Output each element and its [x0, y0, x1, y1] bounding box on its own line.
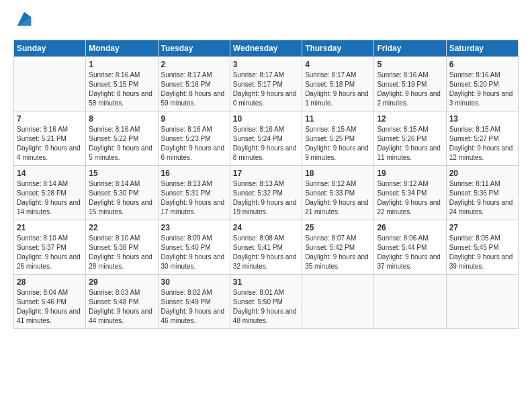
day-number: 26 — [377, 223, 443, 232]
calendar-cell: 15Sunrise: 8:14 AMSunset: 5:30 PMDayligh… — [86, 165, 158, 220]
day-number: 22 — [89, 223, 154, 232]
day-header-tuesday: Tuesday — [158, 40, 230, 56]
calendar-cell — [446, 274, 518, 328]
cell-info: Sunrise: 8:16 AMSunset: 5:21 PMDaylight:… — [17, 125, 83, 163]
calendar-cell: 2Sunrise: 8:17 AMSunset: 5:16 PMDaylight… — [158, 56, 230, 111]
day-number: 15 — [89, 169, 154, 178]
cell-info: Sunrise: 8:17 AMSunset: 5:16 PMDaylight:… — [161, 71, 227, 108]
day-number: 2 — [161, 60, 227, 69]
calendar-header-row: SundayMondayTuesdayWednesdayThursdayFrid… — [14, 40, 519, 56]
day-number: 9 — [161, 114, 227, 124]
calendar-cell: 29Sunrise: 8:03 AMSunset: 5:48 PMDayligh… — [86, 274, 158, 328]
day-header-saturday: Saturday — [446, 40, 518, 56]
week-row-3: 14Sunrise: 8:14 AMSunset: 5:28 PMDayligh… — [14, 165, 519, 220]
day-number: 25 — [305, 223, 371, 232]
day-number: 10 — [233, 114, 299, 124]
calendar-cell: 17Sunrise: 8:13 AMSunset: 5:32 PMDayligh… — [230, 165, 302, 220]
day-number: 12 — [377, 114, 443, 124]
day-number: 5 — [377, 60, 443, 69]
cell-info: Sunrise: 8:14 AMSunset: 5:30 PMDaylight:… — [89, 179, 154, 217]
calendar-cell — [302, 274, 374, 328]
calendar-cell: 20Sunrise: 8:11 AMSunset: 5:36 PMDayligh… — [446, 165, 518, 220]
calendar-cell: 1Sunrise: 8:16 AMSunset: 5:15 PMDaylight… — [86, 56, 158, 111]
cell-info: Sunrise: 8:16 AMSunset: 5:20 PMDaylight:… — [449, 71, 515, 108]
calendar-cell: 18Sunrise: 8:12 AMSunset: 5:33 PMDayligh… — [302, 165, 374, 220]
logo — [13, 11, 34, 33]
calendar-cell: 26Sunrise: 8:06 AMSunset: 5:44 PMDayligh… — [374, 220, 446, 274]
cell-info: Sunrise: 8:04 AMSunset: 5:46 PMDaylight:… — [17, 288, 83, 326]
cell-info: Sunrise: 8:16 AMSunset: 5:15 PMDaylight:… — [89, 71, 154, 108]
day-number: 31 — [233, 277, 299, 287]
day-number: 14 — [17, 169, 83, 178]
cell-info: Sunrise: 8:13 AMSunset: 5:32 PMDaylight:… — [233, 179, 299, 217]
logo-icon — [15, 11, 34, 30]
day-number: 24 — [233, 223, 299, 232]
calendar-cell: 22Sunrise: 8:10 AMSunset: 5:38 PMDayligh… — [86, 220, 158, 274]
cell-info: Sunrise: 8:09 AMSunset: 5:40 PMDaylight:… — [161, 234, 227, 271]
page-header — [13, 11, 519, 33]
calendar-cell: 19Sunrise: 8:12 AMSunset: 5:34 PMDayligh… — [374, 165, 446, 220]
cell-info: Sunrise: 8:16 AMSunset: 5:19 PMDaylight:… — [377, 71, 443, 108]
calendar-cell: 28Sunrise: 8:04 AMSunset: 5:46 PMDayligh… — [14, 274, 86, 328]
day-number: 19 — [377, 169, 443, 178]
day-number: 30 — [161, 277, 227, 287]
day-number: 17 — [233, 169, 299, 178]
cell-info: Sunrise: 8:10 AMSunset: 5:37 PMDaylight:… — [17, 234, 83, 271]
calendar-cell: 12Sunrise: 8:15 AMSunset: 5:26 PMDayligh… — [374, 111, 446, 165]
day-number: 29 — [89, 277, 154, 287]
calendar-body: 1Sunrise: 8:16 AMSunset: 5:15 PMDaylight… — [14, 56, 519, 328]
cell-info: Sunrise: 8:01 AMSunset: 5:50 PMDaylight:… — [233, 288, 299, 326]
cell-info: Sunrise: 8:07 AMSunset: 5:42 PMDaylight:… — [305, 234, 371, 271]
calendar-cell: 23Sunrise: 8:09 AMSunset: 5:40 PMDayligh… — [158, 220, 230, 274]
day-number: 4 — [305, 60, 371, 69]
week-row-1: 1Sunrise: 8:16 AMSunset: 5:15 PMDaylight… — [14, 56, 519, 111]
calendar-cell: 14Sunrise: 8:14 AMSunset: 5:28 PMDayligh… — [14, 165, 86, 220]
cell-info: Sunrise: 8:02 AMSunset: 5:49 PMDaylight:… — [161, 288, 227, 326]
cell-info: Sunrise: 8:16 AMSunset: 5:23 PMDaylight:… — [161, 125, 227, 163]
calendar-cell: 13Sunrise: 8:15 AMSunset: 5:27 PMDayligh… — [446, 111, 518, 165]
cell-info: Sunrise: 8:15 AMSunset: 5:26 PMDaylight:… — [377, 125, 443, 163]
calendar-cell: 16Sunrise: 8:13 AMSunset: 5:31 PMDayligh… — [158, 165, 230, 220]
day-number: 6 — [449, 60, 515, 69]
week-row-4: 21Sunrise: 8:10 AMSunset: 5:37 PMDayligh… — [14, 220, 519, 274]
calendar-table: SundayMondayTuesdayWednesdayThursdayFrid… — [13, 40, 519, 329]
day-number: 23 — [161, 223, 227, 232]
cell-info: Sunrise: 8:16 AMSunset: 5:24 PMDaylight:… — [233, 125, 299, 163]
calendar-cell — [14, 56, 86, 111]
day-number: 11 — [305, 114, 371, 124]
cell-info: Sunrise: 8:05 AMSunset: 5:45 PMDaylight:… — [449, 234, 515, 271]
cell-info: Sunrise: 8:13 AMSunset: 5:31 PMDaylight:… — [161, 179, 227, 217]
calendar-cell: 27Sunrise: 8:05 AMSunset: 5:45 PMDayligh… — [446, 220, 518, 274]
cell-info: Sunrise: 8:15 AMSunset: 5:25 PMDaylight:… — [305, 125, 371, 163]
cell-info: Sunrise: 8:17 AMSunset: 5:17 PMDaylight:… — [233, 71, 299, 108]
calendar-cell: 9Sunrise: 8:16 AMSunset: 5:23 PMDaylight… — [158, 111, 230, 165]
calendar-cell: 6Sunrise: 8:16 AMSunset: 5:20 PMDaylight… — [446, 56, 518, 111]
day-number: 21 — [17, 223, 83, 232]
cell-info: Sunrise: 8:12 AMSunset: 5:34 PMDaylight:… — [377, 179, 443, 217]
calendar-cell: 21Sunrise: 8:10 AMSunset: 5:37 PMDayligh… — [14, 220, 86, 274]
week-row-2: 7Sunrise: 8:16 AMSunset: 5:21 PMDaylight… — [14, 111, 519, 165]
cell-info: Sunrise: 8:11 AMSunset: 5:36 PMDaylight:… — [449, 179, 515, 217]
cell-info: Sunrise: 8:14 AMSunset: 5:28 PMDaylight:… — [17, 179, 83, 217]
day-header-sunday: Sunday — [14, 40, 86, 56]
cell-info: Sunrise: 8:06 AMSunset: 5:44 PMDaylight:… — [377, 234, 443, 271]
calendar-cell: 5Sunrise: 8:16 AMSunset: 5:19 PMDaylight… — [374, 56, 446, 111]
calendar-cell: 8Sunrise: 8:16 AMSunset: 5:22 PMDaylight… — [86, 111, 158, 165]
calendar-cell: 11Sunrise: 8:15 AMSunset: 5:25 PMDayligh… — [302, 111, 374, 165]
day-number: 28 — [17, 277, 83, 287]
day-number: 1 — [89, 60, 154, 69]
calendar-cell: 10Sunrise: 8:16 AMSunset: 5:24 PMDayligh… — [230, 111, 302, 165]
cell-info: Sunrise: 8:10 AMSunset: 5:38 PMDaylight:… — [89, 234, 154, 271]
page-container: SundayMondayTuesdayWednesdayThursdayFrid… — [0, 0, 532, 336]
day-number: 13 — [449, 114, 515, 124]
day-header-friday: Friday — [374, 40, 446, 56]
day-number: 7 — [17, 114, 83, 124]
day-number: 20 — [449, 169, 515, 178]
day-number: 16 — [161, 169, 227, 178]
calendar-cell: 31Sunrise: 8:01 AMSunset: 5:50 PMDayligh… — [230, 274, 302, 328]
calendar-cell: 30Sunrise: 8:02 AMSunset: 5:49 PMDayligh… — [158, 274, 230, 328]
calendar-cell: 24Sunrise: 8:08 AMSunset: 5:41 PMDayligh… — [230, 220, 302, 274]
day-header-monday: Monday — [86, 40, 158, 56]
calendar-cell: 4Sunrise: 8:17 AMSunset: 5:18 PMDaylight… — [302, 56, 374, 111]
calendar-cell — [374, 274, 446, 328]
